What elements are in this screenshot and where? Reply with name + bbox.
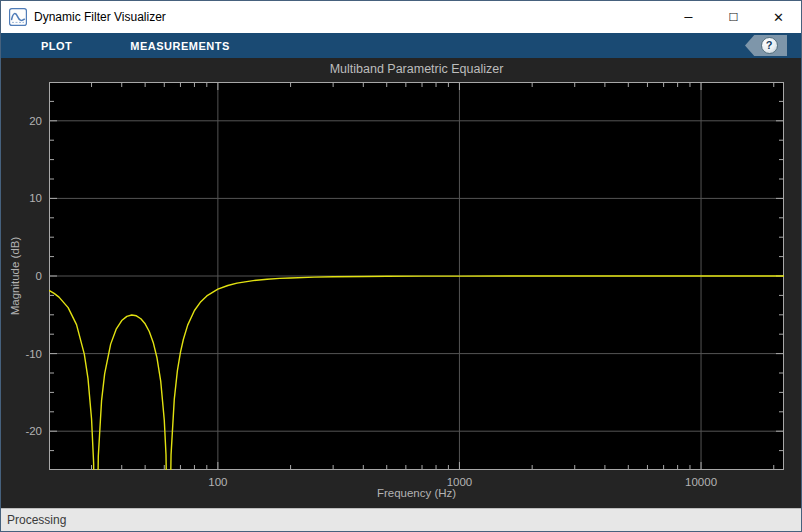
statusbar: Processing [1, 508, 801, 531]
chart-area: Multiband Parametric Equalizer 100100010… [1, 58, 801, 508]
y-tick-label: 10 [29, 192, 42, 204]
magnitude-plot-svg[interactable]: 100100010000-20-1001020 [1, 58, 801, 508]
toolstrip-tabs: PLOT MEASUREMENTS [27, 33, 244, 58]
status-message: Processing [7, 513, 66, 527]
close-button[interactable]: ✕ [756, 1, 801, 33]
y-tick-label: -10 [25, 348, 42, 360]
window-title: Dynamic Filter Visualizer [34, 10, 166, 24]
y-tick-label: 20 [29, 115, 42, 127]
titlebar: Dynamic Filter Visualizer ─ ☐ ✕ [1, 1, 801, 33]
toolstrip: PLOT MEASUREMENTS ? [1, 33, 801, 58]
sine-wave-app-icon [9, 8, 27, 26]
dynamic-filter-visualizer-window: Dynamic Filter Visualizer ─ ☐ ✕ PLOT MEA… [0, 0, 802, 532]
y-axis-label: Magnitude (dB) [9, 237, 21, 316]
y-tick-label: -20 [25, 425, 42, 437]
tab-measurements[interactable]: MEASUREMENTS [116, 33, 244, 58]
window-controls: ─ ☐ ✕ [666, 1, 801, 33]
maximize-button[interactable]: ☐ [711, 1, 756, 33]
help-icon[interactable]: ? [761, 37, 778, 54]
tab-plot[interactable]: PLOT [27, 33, 86, 58]
minimize-button[interactable]: ─ [666, 1, 711, 33]
help-arrow: ? [745, 35, 787, 56]
y-tick-label: 0 [36, 270, 42, 282]
x-axis-label: Frequency (Hz) [49, 487, 784, 499]
